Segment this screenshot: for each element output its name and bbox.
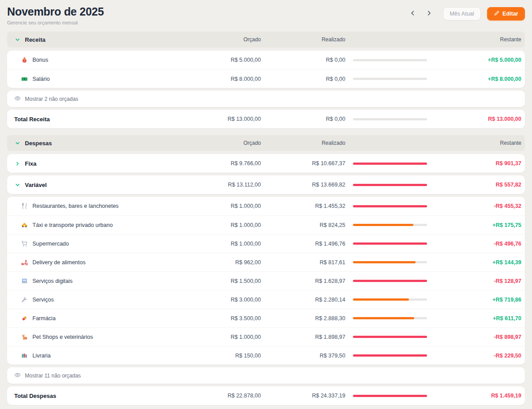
row-label: Total Receita [14, 116, 50, 123]
row-label: Serviços digitais [32, 278, 72, 284]
restante-value: -R$ 496,76 [434, 241, 521, 247]
progress-fill [353, 163, 427, 165]
progress-fill [353, 224, 414, 226]
table-row[interactable]: Serviços R$ 3.000,00 R$ 2.280,14 +R$ 719… [7, 290, 525, 309]
despesas-show-more-label: Mostrar 11 não orçadas [25, 373, 81, 379]
column-header-restante: Restante [434, 140, 521, 146]
orcado-value: R$ 3.500,00 [181, 315, 261, 322]
despesas-show-unbudgeted-button[interactable]: Mostrar 11 não orçadas [7, 367, 525, 384]
row-label: Salário [32, 76, 50, 82]
shopping-cart-icon [20, 240, 28, 247]
receita-section-label: Receita [25, 36, 45, 43]
receita-items-card: Bonus R$ 5.000,00 R$ 0,00 +R$ 5.000,00 S… [7, 51, 525, 88]
fork-knife-icon [20, 203, 28, 210]
row-label: Variável [25, 182, 47, 188]
progress-fill [353, 354, 427, 357]
money-bag-icon [20, 56, 28, 64]
pencil-icon [494, 10, 500, 17]
restante-value: -R$ 898,97 [434, 334, 521, 340]
despesas-section-header[interactable]: Despesas Orçado Realizado Restante [7, 135, 525, 151]
books-icon [20, 352, 28, 359]
wrench-icon [20, 296, 28, 303]
row-label: Restaurantes, bares e lanchonetes [32, 203, 119, 209]
progress-bar [353, 78, 427, 80]
realizado-value: R$ 0,00 [261, 76, 345, 82]
table-row[interactable]: Farmácia R$ 3.500,00 R$ 2.888,30 +R$ 611… [7, 309, 525, 327]
column-header-realizado: Realizado [261, 140, 345, 146]
realizado-value: R$ 1.628,97 [261, 278, 345, 284]
table-row[interactable]: Táxi e transporte privado urbano R$ 1.00… [7, 215, 525, 234]
progress-bar [353, 242, 427, 245]
orcado-value: R$ 9.766,00 [181, 160, 261, 167]
receita-show-unbudgeted-button[interactable]: Mostrar 2 não orçadas [7, 91, 525, 107]
orcado-value: R$ 1.500,00 [181, 278, 261, 284]
realizado-value: R$ 2.888,30 [261, 315, 345, 322]
progress-bar [353, 336, 427, 338]
progress-bar [353, 184, 427, 186]
table-row[interactable]: Total Receita R$ 13.000,00 R$ 0,00 R$ 13… [7, 110, 525, 128]
row-label: Delivery de alimentos [32, 259, 86, 266]
receita-section-header[interactable]: Receita Orçado Realizado Restante [7, 32, 525, 48]
realizado-value: R$ 1.496,76 [261, 241, 345, 247]
table-row[interactable]: Pet Shops e veterinários R$ 1.000,00 R$ … [7, 327, 525, 346]
restante-value: +R$ 175,75 [434, 222, 521, 228]
current-month-button[interactable]: Mês Atual [443, 7, 481, 20]
table-row[interactable]: Delivery de alimentos R$ 962,00 R$ 817,6… [7, 253, 525, 271]
row-label: Bonus [32, 57, 48, 63]
table-row[interactable]: Restaurantes, bares e lanchonetes R$ 1.0… [7, 197, 525, 215]
pill-icon [20, 314, 28, 322]
realizado-value: R$ 1.455,32 [261, 203, 345, 209]
restante-value: +R$ 719,86 [434, 297, 521, 303]
orcado-value: R$ 962,00 [181, 259, 261, 266]
realizado-value: R$ 379,50 [261, 353, 345, 359]
progress-fill [353, 336, 427, 338]
progress-fill [353, 261, 416, 263]
chevron-down-icon[interactable] [14, 36, 20, 43]
table-row[interactable]: Livraria R$ 150,00 R$ 379,50 -R$ 229,50 [7, 346, 525, 365]
orcado-value: R$ 3.000,00 [181, 297, 261, 303]
progress-fill [353, 205, 427, 207]
realizado-value: R$ 824,25 [261, 222, 345, 228]
fixa-group-card: Fixa R$ 9.766,00 R$ 10.667,37 R$ 901,37 [7, 154, 525, 173]
table-row[interactable]: Fixa R$ 9.766,00 R$ 10.667,37 R$ 901,37 [7, 154, 525, 173]
prev-month-button[interactable] [407, 8, 419, 20]
restante-value: R$ 13.000,00 [434, 116, 521, 122]
edit-button[interactable]: Editar [487, 7, 525, 20]
despesas-section: Despesas Orçado Realizado Restante Fixa … [7, 135, 525, 405]
realizado-value: R$ 0,00 [261, 57, 345, 63]
restante-value: -R$ 229,50 [434, 353, 521, 359]
progress-bar [353, 298, 427, 301]
chevron-down-icon[interactable] [14, 140, 20, 146]
table-row[interactable]: Salário R$ 8.000,00 R$ 0,00 +R$ 8.000,00 [7, 69, 525, 88]
progress-fill [353, 395, 427, 397]
next-month-button[interactable] [423, 8, 435, 20]
orcado-value: R$ 1.000,00 [181, 222, 261, 228]
progress-bar [353, 354, 427, 357]
chevron-down-icon[interactable] [14, 182, 20, 188]
table-row[interactable]: Serviços digitais R$ 1.500,00 R$ 1.628,9… [7, 271, 525, 290]
despesas-section-label: Despesas [25, 140, 52, 147]
restante-value: +R$ 5.000,00 [434, 57, 521, 63]
row-label: Farmácia [32, 315, 56, 322]
receita-total-card: Total Receita R$ 13.000,00 R$ 0,00 R$ 13… [7, 110, 525, 128]
column-header-orcado: Orçado [181, 36, 261, 43]
chevron-right-icon [426, 10, 432, 18]
receita-show-more-label: Mostrar 2 não orçadas [25, 96, 78, 102]
row-label: Fixa [25, 160, 36, 167]
orcado-value: R$ 5.000,00 [181, 57, 261, 63]
progress-fill [353, 298, 409, 301]
table-row[interactable]: Variável R$ 13.112,00 R$ 13.669,82 R$ 55… [7, 175, 525, 194]
chevron-right-icon[interactable] [14, 160, 20, 167]
table-row[interactable]: Supermercado R$ 1.000,00 R$ 1.496,76 -R$… [7, 234, 525, 253]
eye-icon [14, 95, 21, 103]
page-subtitle: Gerencie seu orçamento mensal [7, 20, 104, 25]
table-row[interactable]: Bonus R$ 5.000,00 R$ 0,00 +R$ 5.000,00 [7, 51, 525, 69]
row-label: Livraria [32, 353, 51, 359]
progress-fill [353, 184, 427, 186]
realizado-value: R$ 0,00 [261, 116, 345, 122]
table-row[interactable]: Total Despesas R$ 22.878,00 R$ 24.337,19… [7, 386, 525, 405]
receita-section: Receita Orçado Realizado Restante Bonus … [7, 32, 525, 128]
orcado-value: R$ 22.878,00 [181, 393, 261, 399]
eye-icon [14, 372, 21, 380]
taxi-icon [20, 221, 28, 229]
